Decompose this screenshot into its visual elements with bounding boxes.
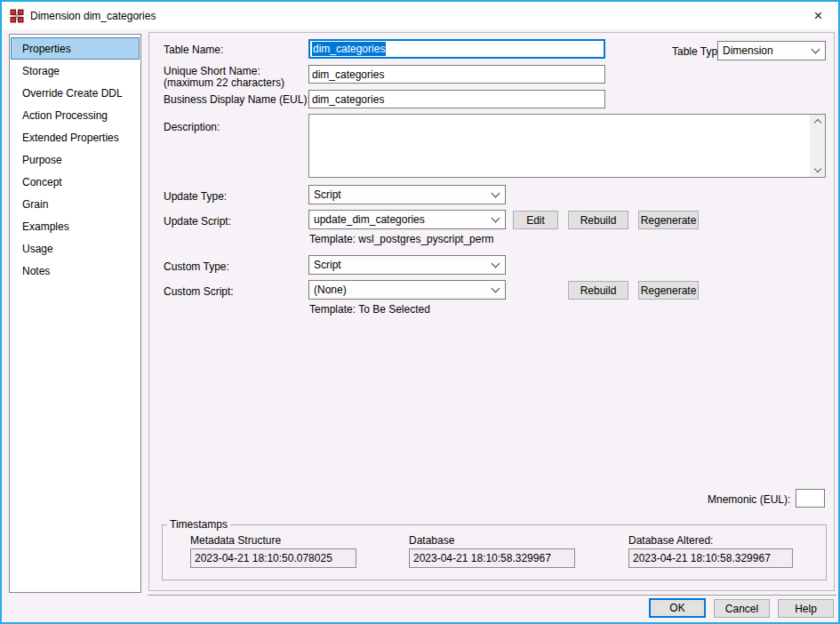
description-textarea[interactable] (309, 115, 809, 177)
metadata-structure-value (190, 548, 356, 568)
update-script-select[interactable]: update_dim_categories (308, 210, 506, 229)
custom-script-template-text: Template: To Be Selected (309, 303, 430, 316)
footer-separator (148, 595, 836, 596)
update-script-template-text: Template: wsl_postgres_pyscript_perm (309, 233, 493, 245)
custom-script-value: (None) (314, 284, 347, 296)
timestamps-group: Timestamps Metadata Structure Database D… (162, 518, 827, 580)
ok-button-label: OK (669, 602, 684, 614)
metadata-structure-label: Metadata Structure (190, 534, 281, 547)
sidebar: Properties Storage Override Create DDL A… (9, 34, 141, 593)
database-altered-value (628, 548, 793, 568)
sidebar-item-usage[interactable]: Usage (11, 237, 140, 260)
properties-panel: Table Name: dim_categories Table Type: D… (148, 32, 835, 591)
custom-script-label: Custom Script: (164, 285, 234, 298)
help-button-label: Help (795, 603, 817, 615)
business-display-name-input[interactable] (308, 90, 605, 108)
mnemonic-label: Mnemonic (EUL): (708, 493, 790, 506)
unique-short-name-sublabel: (maximum 22 characters) (164, 76, 284, 89)
chevron-down-icon (492, 260, 500, 268)
description-label: Description: (164, 121, 220, 133)
database-altered-label: Database Altered: (628, 534, 713, 547)
cancel-button-label: Cancel (725, 603, 758, 615)
regenerate-custom-button[interactable]: Regenerate (638, 281, 699, 300)
update-script-value: update_dim_categories (314, 213, 425, 226)
sidebar-item-properties[interactable]: Properties (11, 37, 140, 60)
edit-button-label: Edit (526, 214, 545, 227)
update-type-value: Script (314, 188, 341, 201)
close-icon: × (814, 7, 823, 25)
ok-button[interactable]: OK (649, 598, 706, 618)
app-icon (10, 9, 24, 23)
regenerate-button-label: Regenerate (641, 214, 697, 227)
chevron-down-icon (492, 214, 500, 223)
rebuild-custom-button[interactable]: Rebuild (568, 281, 628, 300)
mnemonic-input[interactable] (796, 489, 825, 508)
table-type-select[interactable]: Dimension (717, 41, 826, 60)
description-textarea-frame (308, 114, 826, 178)
unique-short-name-label: Unique Short Name: (164, 65, 260, 77)
rebuild-update-button[interactable]: Rebuild (568, 211, 628, 229)
table-name-selected-text: dim_categories (312, 42, 386, 56)
description-scrollbar[interactable] (810, 115, 825, 177)
edit-button[interactable]: Edit (513, 211, 558, 229)
database-label: Database (409, 534, 454, 547)
update-type-label: Update Type: (164, 190, 227, 203)
sidebar-item-storage[interactable]: Storage (11, 60, 140, 82)
sidebar-item-purpose[interactable]: Purpose (11, 148, 140, 171)
timestamps-legend: Timestamps (167, 518, 230, 531)
unique-short-name-input[interactable] (308, 65, 605, 84)
scroll-up-icon[interactable] (813, 119, 820, 126)
cancel-button[interactable]: Cancel (714, 599, 770, 618)
table-type-value: Dimension (723, 44, 773, 57)
custom-type-label: Custom Type: (164, 260, 229, 273)
close-button[interactable]: × (798, 2, 838, 29)
dialog-window: Dimension dim_categories × Properties St… (0, 0, 840, 624)
title-bar: Dimension dim_categories × (2, 2, 838, 29)
sidebar-item-examples[interactable]: Examples (11, 215, 140, 237)
scroll-down-icon[interactable] (813, 165, 820, 172)
sidebar-item-override-create-ddl[interactable]: Override Create DDL (11, 82, 140, 104)
business-display-name-label: Business Display Name (EUL): (164, 93, 310, 106)
rebuild-button-label: Rebuild (580, 284, 617, 297)
window-title: Dimension dim_categories (30, 10, 156, 22)
help-button[interactable]: Help (778, 599, 834, 618)
sidebar-item-grain[interactable]: Grain (11, 193, 140, 215)
chevron-down-icon (492, 189, 500, 198)
custom-type-select[interactable]: Script (308, 255, 506, 275)
sidebar-item-extended-properties[interactable]: Extended Properties (11, 126, 140, 148)
regenerate-update-button[interactable]: Regenerate (638, 211, 699, 229)
regenerate-button-label: Regenerate (641, 284, 697, 297)
table-name-input[interactable]: dim_categories (308, 39, 605, 59)
update-script-label: Update Script: (164, 215, 231, 228)
rebuild-button-label: Rebuild (580, 214, 617, 227)
chevron-down-icon (812, 45, 820, 54)
sidebar-item-concept[interactable]: Concept (11, 171, 140, 193)
sidebar-item-notes[interactable]: Notes (11, 260, 140, 282)
sidebar-item-action-processing[interactable]: Action Processing (11, 104, 140, 126)
table-name-label: Table Name: (164, 44, 223, 56)
custom-type-value: Script (314, 259, 341, 271)
chevron-down-icon (492, 284, 500, 293)
custom-script-select[interactable]: (None) (308, 280, 506, 300)
update-type-select[interactable]: Script (308, 185, 506, 204)
database-value (409, 548, 575, 568)
